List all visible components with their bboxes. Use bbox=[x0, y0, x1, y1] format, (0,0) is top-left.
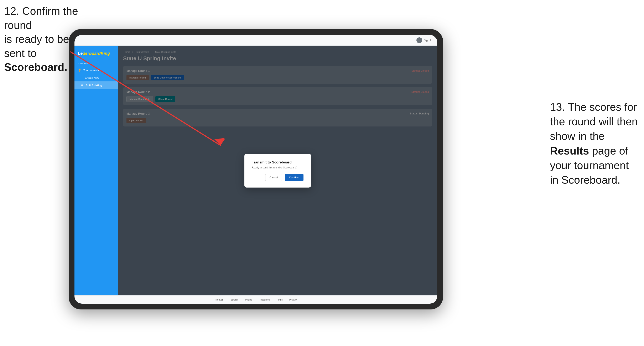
sidebar: LederboardKing MAIN MENU 🏆 Tournaments +… bbox=[74, 46, 118, 295]
sidebar-item-label: Create New bbox=[85, 76, 99, 79]
modal-title: Transmit to Scoreboard bbox=[252, 160, 304, 165]
confirm-button[interactable]: Confirm bbox=[285, 174, 304, 181]
cancel-button[interactable]: Cancel bbox=[265, 174, 282, 181]
edit-icon: ✏ bbox=[81, 83, 84, 87]
menu-label: MAIN MENU bbox=[74, 63, 118, 66]
modal-box: Transmit to Scoreboard Ready to send thi… bbox=[244, 154, 311, 187]
page-footer: Product Features Pricing Resources Terms… bbox=[74, 295, 437, 304]
plus-icon: + bbox=[81, 76, 83, 79]
footer-link-features[interactable]: Features bbox=[230, 298, 238, 301]
page-content: Home > Tournaments > State U Spring Invi… bbox=[118, 46, 437, 295]
footer-link-pricing[interactable]: Pricing bbox=[245, 298, 252, 301]
sidebar-item-edit-existing[interactable]: ✏ Edit Existing bbox=[74, 81, 118, 89]
instruction-step13: 13. The scores for the round will then s… bbox=[550, 100, 638, 187]
sidebar-item-create-new[interactable]: + Create New bbox=[74, 74, 118, 81]
signin-label[interactable]: Sign In bbox=[424, 39, 432, 42]
sidebar-item-label: Tournaments bbox=[84, 69, 99, 72]
footer-link-resources[interactable]: Resources bbox=[259, 298, 270, 301]
logo-main: Le bbox=[78, 51, 82, 56]
logo-king: derboardKing bbox=[82, 51, 110, 56]
footer-link-terms[interactable]: Terms bbox=[276, 298, 283, 301]
topbar: Sign In bbox=[74, 35, 437, 46]
avatar bbox=[416, 37, 422, 43]
modal-subtitle: Ready to send this round to Scoreboard? bbox=[252, 166, 304, 169]
tablet-screen: Sign In LederboardKing MAIN MENU 🏆 Tourn… bbox=[74, 35, 437, 304]
sidebar-item-label: Edit Existing bbox=[86, 84, 102, 87]
trophy-icon: 🏆 bbox=[78, 69, 81, 72]
sidebar-item-tournaments[interactable]: 🏆 Tournaments bbox=[74, 66, 118, 74]
footer-link-product[interactable]: Product bbox=[215, 298, 223, 301]
modal-actions: Cancel Confirm bbox=[252, 174, 304, 181]
modal-overlay: Transmit to Scoreboard Ready to send thi… bbox=[118, 46, 437, 295]
footer-link-privacy[interactable]: Privacy bbox=[289, 298, 297, 301]
user-menu[interactable]: Sign In bbox=[416, 37, 432, 43]
main-area: LederboardKing MAIN MENU 🏆 Tournaments +… bbox=[74, 46, 437, 295]
logo: LederboardKing bbox=[74, 49, 118, 60]
tablet-device: Sign In LederboardKing MAIN MENU 🏆 Tourn… bbox=[69, 29, 443, 310]
